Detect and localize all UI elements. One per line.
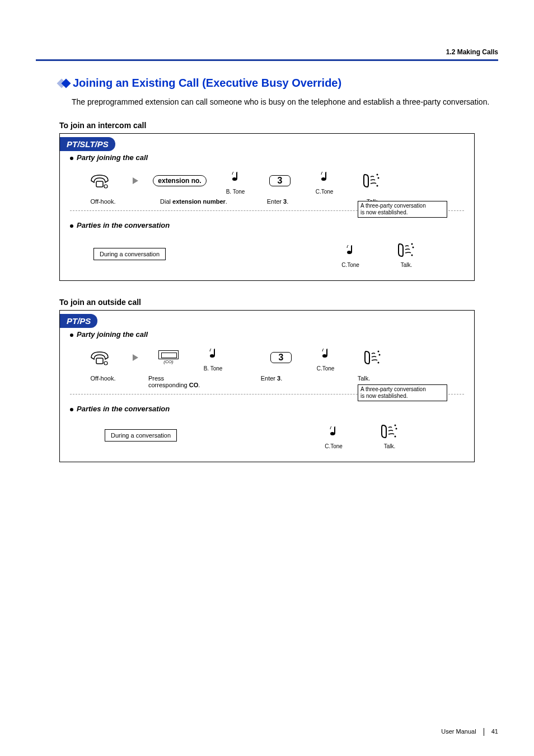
footer-manual: User Manual: [441, 728, 476, 735]
footer: User Manual 41: [441, 728, 498, 736]
during-conversation-box-2: During a conversation: [105, 429, 177, 442]
ctone-icon: [328, 421, 339, 442]
enter3-caption: Enter 3.: [241, 198, 314, 205]
btone-icon: [230, 166, 241, 187]
offhook-caption: Off-hook.: [80, 198, 126, 205]
svg-point-13: [395, 425, 396, 426]
subhead-outside: To join an outside call: [59, 298, 498, 307]
header-rule: [36, 59, 498, 61]
dashed-separator-2: A three-party conversation is now establ…: [70, 394, 464, 395]
enter3-caption: Enter 3.: [232, 375, 311, 388]
svg-point-11: [379, 354, 381, 355]
co-key: (CO): [158, 350, 179, 364]
svg-point-6: [413, 247, 414, 248]
party-joining-label-2: Party joining the call: [60, 328, 474, 343]
svg-point-4: [377, 185, 378, 186]
key-3: 3: [270, 352, 292, 363]
arrow-icon: [132, 170, 139, 191]
talk-caption: Talk.: [401, 262, 413, 268]
svg-point-7: [411, 255, 413, 256]
three-party-note-2: A three-party conversation is now establ…: [358, 384, 447, 401]
footer-page: 41: [491, 728, 498, 735]
svg-point-9: [104, 361, 107, 365]
section-intro: The preprogrammed extension can call som…: [72, 96, 498, 107]
section-title: Joining an Existing Call (Executive Busy…: [73, 77, 341, 90]
svg-point-15: [395, 436, 396, 438]
dial-caption: Dial extension number.: [146, 198, 241, 205]
talk-icon: [362, 347, 384, 368]
subhead-intercom: To join an intercom call: [59, 121, 498, 130]
ctone-label: C.Tone: [341, 262, 359, 268]
talk-icon: [395, 240, 418, 261]
device-label-outside: PT/PS: [60, 314, 97, 328]
procedure-outside: PT/PS Party joining the call: [59, 310, 475, 462]
ctone-label: C.Tone: [316, 189, 334, 195]
svg-point-5: [411, 243, 413, 245]
dashed-separator: A three-party conversation is now establ…: [70, 210, 464, 211]
btone-label: B. Tone: [226, 189, 245, 195]
device-label-intercom: PT/SLT/PS: [60, 137, 115, 151]
ctone-icon: [319, 166, 330, 187]
talk-caption: Talk.: [384, 443, 396, 449]
section-bullet-icon: [58, 80, 67, 87]
ctone-icon: [345, 240, 356, 261]
key-3: 3: [269, 175, 291, 186]
party-joining-label: Party joining the call: [60, 151, 474, 166]
three-party-note: A three-party conversation is now establ…: [358, 201, 447, 218]
offhook-icon: [88, 347, 111, 368]
svg-point-10: [378, 350, 380, 352]
talk-icon: [360, 170, 383, 191]
talk-icon: [378, 421, 401, 442]
ctone-label: C.Tone: [325, 443, 343, 449]
ctone-label: C.Tone: [317, 365, 335, 372]
ctone-icon: [320, 343, 331, 364]
svg-point-14: [396, 428, 397, 430]
procedure-intercom: PT/SLT/PS Party joining the call ext: [59, 133, 475, 281]
press-co-caption: Press corresponding CO.: [146, 375, 232, 388]
btone-label: B. Tone: [204, 365, 223, 372]
svg-point-3: [378, 177, 380, 179]
offhook-icon: [88, 170, 111, 191]
extension-no-key: extension no.: [153, 175, 206, 186]
breadcrumb: 1.2 Making Calls: [36, 48, 498, 59]
svg-point-2: [377, 173, 378, 175]
btone-icon: [208, 343, 219, 364]
svg-rect-0: [96, 181, 103, 187]
svg-rect-8: [96, 358, 103, 364]
during-conversation-box: During a conversation: [93, 248, 166, 260]
offhook-caption: Off-hook.: [80, 375, 126, 388]
svg-point-1: [104, 185, 107, 188]
arrow-icon: [132, 347, 139, 368]
svg-point-12: [378, 361, 380, 363]
